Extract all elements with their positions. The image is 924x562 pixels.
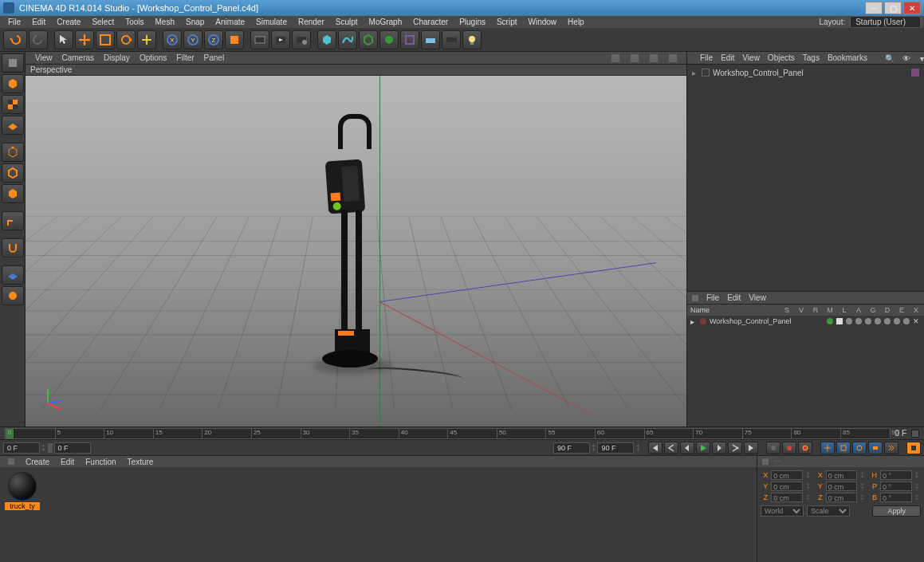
expand-icon[interactable]: ▸ (690, 317, 697, 326)
render-pv[interactable] (271, 30, 290, 49)
obj-menu-view[interactable]: View (742, 53, 760, 62)
goto-end-button[interactable] (744, 442, 758, 454)
add-modifier[interactable] (379, 30, 399, 49)
render-view[interactable] (250, 30, 269, 49)
keyframe-sel-button[interactable] (798, 442, 812, 454)
panel-grip-icon[interactable] (692, 295, 698, 301)
next-key-button[interactable] (728, 442, 742, 454)
dot-icon[interactable] (875, 318, 881, 324)
object-tree[interactable]: ▸ Workshop_Control_Panel (687, 65, 924, 291)
vp-menu-filter[interactable]: Filter (176, 53, 194, 62)
obj-menu-bookmarks[interactable]: Bookmarks (828, 53, 867, 62)
param-key-button[interactable] (868, 442, 883, 454)
dot-icon[interactable] (894, 318, 900, 324)
rot-key-button[interactable] (852, 442, 867, 454)
menu-sculpt[interactable]: Sculpt (331, 18, 363, 26)
render-settings[interactable] (292, 30, 311, 49)
add-cube[interactable] (317, 30, 336, 49)
pos-z-field[interactable]: 0 cm (771, 493, 803, 502)
frame-range-in[interactable]: 90 F (553, 442, 590, 454)
menu-simulate[interactable]: Simulate (251, 18, 292, 26)
close-button[interactable]: ✕ (903, 2, 921, 14)
attr-menu-file[interactable]: File (706, 293, 719, 302)
rot-b-field[interactable]: 0 ° (880, 493, 912, 502)
play-button[interactable] (696, 442, 710, 454)
locked-workplane-icon[interactable] (2, 265, 24, 285)
texture-mode-icon[interactable] (2, 95, 24, 114)
vp-nav-icon-3[interactable] (650, 54, 658, 62)
frame-range-out[interactable]: 90 F (597, 442, 634, 454)
dot-icon[interactable] (827, 318, 833, 324)
snap-icon[interactable] (2, 238, 24, 257)
menu-window[interactable]: Window (524, 18, 562, 26)
mat-menu-texture[interactable]: Texture (128, 458, 154, 466)
menu-script[interactable]: Script (492, 18, 522, 26)
menu-animate[interactable]: Animate (210, 18, 250, 26)
redo-button[interactable] (29, 30, 48, 49)
select-tool[interactable] (54, 30, 73, 49)
add-camera[interactable] (442, 30, 461, 49)
material-label[interactable]: truck_ty (5, 502, 40, 510)
menu-edit[interactable]: Edit (27, 18, 50, 26)
filter-icon[interactable]: ▾ (920, 54, 924, 62)
menu-snap[interactable]: Snap (181, 18, 209, 26)
panel-grip-icon[interactable] (8, 458, 14, 465)
recent-tool[interactable] (137, 30, 156, 49)
tree-node-name[interactable]: Workshop_Control_Panel (713, 69, 908, 77)
mat-menu-function[interactable]: Function (85, 458, 116, 466)
size-z-field[interactable]: 0 cm (826, 493, 858, 502)
coord-scale-dropdown[interactable]: Scale (807, 505, 850, 517)
keymode-button[interactable] (906, 442, 921, 454)
pos-key-button[interactable] (820, 442, 835, 454)
add-nurbs[interactable] (359, 30, 378, 49)
edges-mode-icon[interactable] (2, 163, 24, 183)
vp-nav-icon-4[interactable] (669, 54, 677, 62)
menu-tools[interactable]: Tools (120, 18, 148, 26)
minimize-button[interactable]: ─ (865, 2, 883, 14)
mat-menu-edit[interactable]: Edit (61, 458, 74, 466)
points-mode-icon[interactable] (2, 143, 24, 162)
scale-tool[interactable] (96, 30, 115, 49)
apply-button[interactable]: Apply (872, 505, 921, 517)
mat-menu-create[interactable]: Create (26, 458, 49, 466)
attr-menu-edit[interactable]: Edit (727, 293, 741, 302)
rotate-tool[interactable] (116, 30, 136, 49)
menu-mesh[interactable]: Mesh (151, 18, 179, 26)
vp-menu-display[interactable]: Display (104, 53, 130, 62)
dot-icon[interactable] (884, 318, 891, 324)
size-x-field[interactable]: 0 cm (826, 470, 858, 480)
autokey-button[interactable] (782, 442, 796, 454)
undo-button[interactable] (3, 30, 27, 49)
menu-file[interactable]: File (3, 18, 26, 26)
menu-character[interactable]: Character (408, 18, 453, 26)
layout-dropdown[interactable]: Startup (User) (850, 16, 921, 28)
search-icon[interactable]: 🔍 (885, 54, 893, 62)
prev-frame-button[interactable] (680, 442, 694, 454)
axis-mode-icon[interactable] (2, 211, 24, 230)
timeline-track[interactable]: 051015202530354045505560657075808590 (5, 428, 891, 439)
tree-root-node[interactable]: ▸ Workshop_Control_Panel (689, 66, 922, 79)
size-y-field[interactable]: 0 cm (826, 481, 858, 491)
phong-tag-icon[interactable] (911, 69, 919, 77)
add-deformer[interactable] (400, 30, 419, 49)
add-env[interactable] (421, 30, 440, 49)
check-icon[interactable] (836, 318, 843, 324)
rot-h-field[interactable]: 0 ° (880, 470, 912, 480)
record-button[interactable] (766, 442, 780, 454)
frame-start-field[interactable]: 0 F (3, 442, 40, 454)
vp-nav-icon-1[interactable] (611, 54, 619, 62)
panel-grip-icon[interactable] (762, 458, 769, 465)
planar-workplane-icon[interactable] (2, 286, 24, 305)
attr-tree[interactable]: ▸ Workshop_Control_Panel ✕ (687, 316, 924, 426)
dot-icon[interactable] (865, 318, 871, 324)
eye-icon[interactable]: 👁 (902, 54, 910, 62)
dot-icon[interactable] (903, 318, 910, 324)
vp-menu-view[interactable]: View (35, 53, 53, 62)
yaxis-lock[interactable]: Y (183, 30, 202, 49)
vp-nav-icon-2[interactable] (631, 54, 639, 62)
obj-menu-edit[interactable]: Edit (721, 53, 734, 62)
attr-row-name[interactable]: Workshop_Control_Panel (710, 317, 824, 325)
x-icon[interactable]: ✕ (913, 317, 921, 325)
menu-render[interactable]: Render (293, 18, 329, 26)
timeline-options-icon[interactable] (911, 430, 919, 438)
